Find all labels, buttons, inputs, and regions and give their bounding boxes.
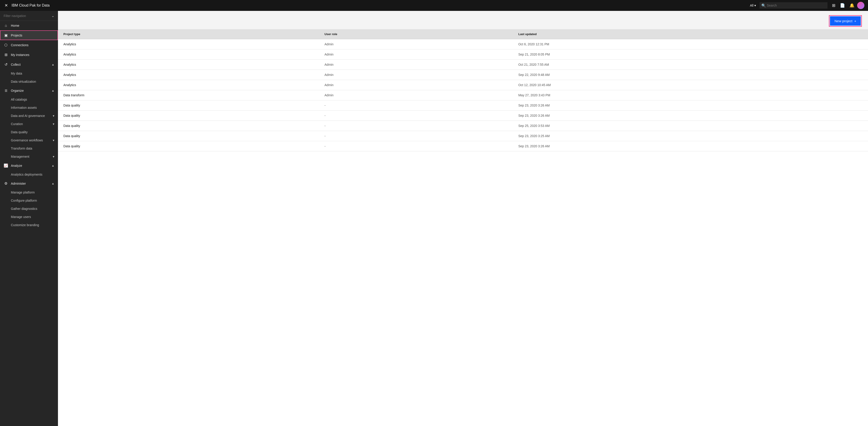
sidebar-section-administer[interactable]: ⚙ Administer ▲ [0, 178, 58, 188]
table-row[interactable]: Data quality - Sep 23, 2020 3:26 AM [58, 111, 868, 121]
sidebar-item-manage-platform[interactable]: Manage platform [0, 188, 58, 196]
content-area: New project + Project type User role Las… [58, 11, 868, 426]
filter-dropdown[interactable]: All ▾ [748, 3, 758, 8]
sidebar-item-data-ai-governance[interactable]: Data and AI governance ▾ [0, 112, 58, 120]
sidebar-item-governance-workflows[interactable]: Governance workflows ▾ [0, 136, 58, 144]
cell-user-role: Admin [319, 49, 513, 60]
sidebar-item-my-instances[interactable]: ⊞ My instances [0, 50, 58, 60]
table-row[interactable]: Data quality - Sep 23, 2020 3:26 AM [58, 141, 868, 151]
filter-chevron-icon: ▾ [754, 4, 756, 7]
all-catalogs-label: All catalogs [11, 98, 27, 101]
notifications-icon-button[interactable]: 🔔 [848, 1, 856, 10]
search-wrapper: 🔍 [760, 2, 828, 9]
apps-icon-button[interactable]: ⊞ [830, 1, 837, 10]
sidebar-item-my-data[interactable]: My data [0, 69, 58, 78]
sidebar-item-label: Connections [11, 43, 54, 47]
table-row[interactable]: Data transform Admin May 27, 2020 3:43 P… [58, 90, 868, 101]
curation-label: Curation [11, 122, 23, 126]
projects-table: Project type User role Last updated Anal… [58, 29, 868, 151]
top-navigation: ✕ IBM Cloud Pak for Data All ▾ 🔍 ⊞ 📄 🔔 [0, 0, 868, 11]
cell-project-type: Data quality [58, 131, 319, 141]
management-label: Management [11, 155, 29, 159]
collect-icon: ↺ [4, 62, 8, 67]
sidebar-collapse-button[interactable]: ⌄ [52, 13, 54, 18]
analyze-chevron-icon: ▲ [52, 164, 54, 167]
cell-project-type: Data transform [58, 90, 319, 101]
governance-workflows-chevron-icon: ▾ [53, 138, 54, 142]
search-input[interactable] [760, 2, 828, 9]
sidebar-filter-input[interactable] [4, 14, 52, 18]
sidebar-item-label: Home [11, 24, 54, 27]
sidebar-item-information-assets[interactable]: Information assets [0, 104, 58, 112]
sidebar-item-all-catalogs[interactable]: All catalogs [0, 95, 58, 104]
app-title: IBM Cloud Pak for Data [11, 3, 745, 7]
table-body: Analytics Admin Oct 6, 2020 12:31 PM Ana… [58, 39, 868, 151]
cell-last-updated: Oct 6, 2020 12:31 PM [513, 39, 868, 49]
new-project-button[interactable]: New project + [830, 16, 861, 26]
sidebar-item-data-virtualization[interactable]: Data virtualization [0, 78, 58, 86]
cell-last-updated: Sep 21, 2020 8:05 PM [513, 49, 868, 60]
table-row[interactable]: Analytics Admin Oct 12, 2020 10:45 AM [58, 80, 868, 90]
main-layout: ⌄ ⌂ Home ▣ Projects ⬡ Connections ⊞ My i… [0, 11, 868, 426]
sidebar-item-manage-users[interactable]: Manage users [0, 213, 58, 221]
cell-user-role: - [319, 141, 513, 151]
sidebar-item-customize-branding[interactable]: Customize branding [0, 221, 58, 229]
sidebar-item-configure-platform[interactable]: Configure platform [0, 196, 58, 205]
sidebar: ⌄ ⌂ Home ▣ Projects ⬡ Connections ⊞ My i… [0, 11, 58, 426]
organize-icon: ≣ [4, 88, 8, 93]
administer-icon: ⚙ [4, 181, 8, 186]
cell-user-role: - [319, 121, 513, 131]
sidebar-item-gather-diagnostics[interactable]: Gather diagnostics [0, 205, 58, 213]
configure-platform-label: Configure platform [11, 199, 37, 202]
sidebar-section-organize[interactable]: ≣ Organize ▲ [0, 86, 58, 95]
sidebar-item-transform-data[interactable]: Transform data [0, 144, 58, 152]
management-chevron-icon: ▾ [53, 155, 54, 159]
sidebar-item-home[interactable]: ⌂ Home [0, 21, 58, 30]
close-nav-button[interactable]: ✕ [4, 2, 9, 9]
table-row[interactable]: Analytics Admin Oct 21, 2020 7:55 AM [58, 60, 868, 70]
cell-last-updated: Sep 23, 2020 3:26 AM [513, 111, 868, 121]
col-project-type: Project type [58, 29, 319, 39]
cell-project-type: Analytics [58, 49, 319, 60]
cell-user-role: Admin [319, 70, 513, 80]
data-quality-label: Data quality [11, 130, 28, 134]
new-project-plus-icon: + [854, 19, 856, 23]
data-ai-governance-label: Data and AI governance [11, 114, 45, 118]
cell-project-type: Analytics [58, 70, 319, 80]
organize-chevron-icon: ▲ [52, 89, 54, 92]
table-row[interactable]: Data quality - Sep 25, 2020 3:53 AM [58, 121, 868, 131]
cell-last-updated: May 27, 2020 3:43 PM [513, 90, 868, 101]
collect-chevron-icon: ▲ [52, 63, 54, 66]
sidebar-section-collect[interactable]: ↺ Collect ▲ [0, 60, 58, 69]
top-nav-icons: ⊞ 📄 🔔 [830, 1, 864, 10]
manage-users-label: Manage users [11, 215, 31, 219]
analytics-deployments-label: Analytics deployments [11, 173, 42, 176]
document-icon-button[interactable]: 📄 [838, 1, 847, 10]
content-header: New project + [58, 11, 868, 29]
table-row[interactable]: Analytics Admin Oct 6, 2020 12:31 PM [58, 39, 868, 49]
table-row[interactable]: Analytics Admin Sep 21, 2020 8:05 PM [58, 49, 868, 60]
sidebar-item-connections[interactable]: ⬡ Connections [0, 40, 58, 50]
sidebar-item-label: Organize [11, 89, 49, 92]
sidebar-section-analyze[interactable]: 📈 Analyze ▲ [0, 161, 58, 170]
sidebar-item-analytics-deployments[interactable]: Analytics deployments [0, 170, 58, 178]
avatar[interactable] [857, 2, 864, 9]
sidebar-item-management[interactable]: Management ▾ [0, 152, 58, 161]
sidebar-item-label: Administer [11, 182, 49, 186]
sidebar-item-label: My instances [11, 53, 54, 57]
sidebar-item-projects[interactable]: ▣ Projects [0, 30, 58, 40]
cell-user-role: - [319, 111, 513, 121]
sidebar-item-curation[interactable]: Curation ▾ [0, 120, 58, 128]
table-row[interactable]: Data quality - Sep 23, 2020 3:26 AM [58, 101, 868, 111]
information-assets-label: Information assets [11, 106, 37, 109]
table-row[interactable]: Data quality - Sep 23, 2020 3:25 AM [58, 131, 868, 141]
sidebar-item-label: Projects [11, 33, 54, 37]
sidebar-item-data-quality[interactable]: Data quality [0, 128, 58, 136]
table-row[interactable]: Analytics Admin Sep 22, 2020 9:48 AM [58, 70, 868, 80]
filter-label: All [750, 4, 753, 7]
table-header-row: Project type User role Last updated [58, 29, 868, 39]
cell-project-type: Data quality [58, 121, 319, 131]
manage-platform-label: Manage platform [11, 191, 35, 194]
search-area: All ▾ 🔍 [748, 2, 828, 9]
search-icon: 🔍 [762, 3, 766, 8]
